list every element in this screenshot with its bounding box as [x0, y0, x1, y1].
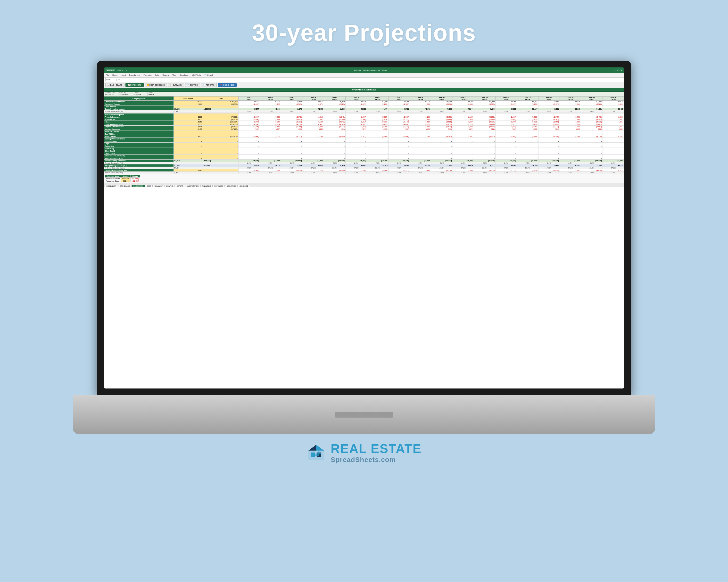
sheet-tab-disclaimer[interactable]: DISCLAIMER: [105, 185, 118, 187]
row-category-name: Miscellaneous (Variable): [104, 155, 174, 157]
row-val-yr8: -: [388, 145, 410, 147]
pct-row: Annual Revaluation (%)2.0%2.0%2.0%2.0%2.…: [104, 162, 624, 164]
btn-reports[interactable]: 📄 REPORTS: [201, 83, 217, 87]
sheet-tab-report[interactable]: REPORT: [175, 185, 185, 187]
row-val-yr8: (2,757): [388, 118, 410, 121]
menu-review[interactable]: Review: [162, 74, 168, 76]
menu-home[interactable]: Home: [112, 74, 118, 76]
sheet-tab-graphs[interactable]: GRAPHS: [164, 185, 175, 187]
row-val-yr5: (1,948): [324, 116, 345, 118]
menu-search[interactable]: 🔍 Search: [204, 74, 213, 76]
row-val-yr1: (2,400): [238, 118, 260, 121]
row-val-yr10: -: [431, 145, 452, 147]
row-val-yr2: -: [260, 152, 281, 155]
blue-val-yr18: 31,725: [602, 164, 624, 167]
row-val-yr11: 51,198: [452, 101, 474, 103]
menu-vba[interactable]: VBA Tools: [192, 74, 201, 76]
pct-val-yr14: 2.0%: [517, 110, 538, 113]
row-val-yr10: (2,510): [431, 126, 452, 128]
row-val-yr16: -: [560, 133, 581, 135]
row-val-yr7: (2,027): [367, 116, 388, 118]
row-val-yr6: 46,371: [345, 101, 367, 103]
row-total: -: [203, 157, 238, 160]
row-val-yr16: -: [560, 147, 581, 150]
menu-page-layout[interactable]: Page Layout: [129, 74, 140, 76]
row-val-yr13: (5,327): [496, 123, 517, 126]
minimize-icon[interactable]: ─: [614, 69, 616, 72]
highlight-row-total: 1,605,560: [203, 108, 238, 110]
table-row: Property Management$350(170,338)(4,200)(…: [104, 123, 624, 126]
blue-val-yr8: 26,026: [388, 164, 410, 167]
sheet-tab-debt[interactable]: DEBT: [145, 185, 153, 187]
row-category-name: Miscellaneous (Fixed): [104, 157, 174, 160]
btn-debt-schedule[interactable]: 💳 DEBT SCHEDULE: [145, 83, 167, 87]
page-title: 30-year Projections: [252, 20, 476, 46]
row-val-yr1: -: [238, 106, 260, 108]
sheet-tab-expenses[interactable]: EXPENSES: [213, 185, 225, 187]
menu-data[interactable]: Data: [155, 74, 159, 76]
pct-val-yr17: 2.0%: [581, 162, 602, 164]
btn-forecasts[interactable]: 📈 FORECASTS: [126, 83, 144, 87]
highlight-val-yr4: 41,999: [303, 108, 324, 110]
btn-summary[interactable]: 📋 SUMMARY: [168, 83, 184, 87]
row-val-yr6: -: [345, 155, 367, 157]
holding-cell: Holding 30 years: [133, 92, 148, 96]
undo-icon[interactable]: ↩: [122, 69, 124, 71]
sheet-tab-max-price[interactable]: MAX PRICE: [238, 185, 250, 187]
sheet-tab-financing[interactable]: FINANCING: [201, 185, 213, 187]
sheet-tab-dashboard[interactable]: DASHBOARD: [118, 185, 132, 187]
row-val-yr15: (3,197): [538, 103, 560, 106]
menu-file[interactable]: File: [106, 74, 109, 76]
sheet-tab-amortization[interactable]: AMORTIZATION: [185, 185, 201, 187]
redo-icon[interactable]: ↪: [125, 69, 127, 71]
row-val-yr12: (3,656): [474, 169, 495, 172]
sheet-tab-forecasts[interactable]: FORECASTS: [132, 185, 145, 187]
btn-dashboard[interactable]: 📊 DASH BOARD: [105, 83, 125, 87]
menu-view[interactable]: View: [172, 74, 176, 76]
row-val-yr15: -: [538, 152, 560, 155]
close-icon[interactable]: ✕: [620, 69, 622, 72]
row-val-yr6: -: [345, 147, 367, 150]
row-val-yr14: -: [517, 150, 538, 152]
row-val-yr11: -: [452, 131, 474, 133]
highlight-val-yr12: (21,038): [474, 160, 495, 162]
maximize-icon[interactable]: □: [617, 69, 619, 72]
row-val-yr6: -: [345, 106, 367, 108]
btn-graphs[interactable]: 📉 GRAPHS: [185, 83, 200, 87]
sheet-tab-scenarios[interactable]: SCENARIOS: [225, 185, 238, 187]
blue-val-yr1: 22,657: [238, 164, 260, 167]
pct-val-yr8: 57.2%: [388, 167, 410, 169]
row-val-yr3: (437): [281, 128, 303, 131]
row-category-name: Capital Expenditures (CAPEX): [104, 169, 174, 172]
pct-val-yr14: 57.2%: [517, 167, 538, 169]
highlight-val-yr6: 43,696: [345, 108, 367, 110]
sheet-tab-summary[interactable]: SUMMARY: [153, 185, 164, 187]
row-val-yr13: (3,073): [496, 103, 517, 106]
highlight-val-yr15: 52,221: [538, 108, 560, 110]
row-val-yr15: -: [538, 147, 560, 150]
btn-online-help[interactable]: ❓ ONLINE HELP: [218, 83, 237, 87]
menu-formulas[interactable]: Formulas: [144, 74, 151, 76]
highlight-val-yr14: (21,888): [517, 160, 538, 162]
row-val-yr9: -: [410, 106, 431, 108]
row-val-yr11: (3,584): [452, 169, 474, 172]
table-header-row: Category Name First Month Total Year 1De…: [104, 96, 624, 101]
col-yr9: Year 9Dec-29: [410, 96, 431, 101]
closing-row-amount: $400,000: [121, 177, 130, 180]
row-val-yr13: -: [496, 140, 517, 143]
row-val-yr12: -: [474, 131, 495, 133]
menu-insert[interactable]: Insert: [121, 74, 126, 76]
row-val-yr3: -: [281, 155, 303, 157]
row-val-yr6: -: [345, 113, 367, 116]
row-val-yr3: -: [281, 140, 303, 143]
cell-reference[interactable]: S62: [105, 78, 115, 81]
menu-developer[interactable]: Developer: [180, 74, 188, 76]
row-val-yr4: -: [303, 140, 324, 143]
row-val-yr12: -: [474, 147, 495, 150]
row-val-yr11: -: [452, 113, 474, 116]
logo-main: REAL ESTATE: [331, 441, 421, 456]
table-row: Accounting--------------------: [104, 145, 624, 147]
row-val-yr18: (586): [602, 128, 624, 131]
highlight-val-yr10: (20,221): [431, 160, 452, 162]
pct-val-yr15: 57.2%: [538, 167, 560, 169]
